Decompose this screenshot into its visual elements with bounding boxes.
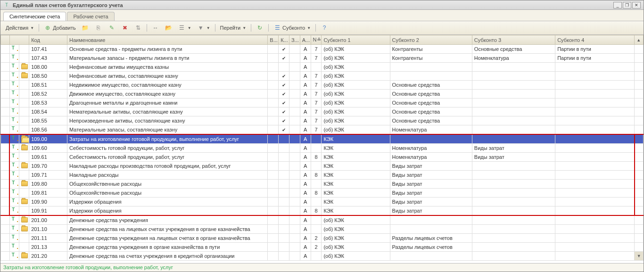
- col-k[interactable]: К...: [279, 35, 289, 45]
- edit-button[interactable]: ✎: [106, 23, 118, 33]
- cell-sub2: [390, 134, 472, 144]
- table-row[interactable]: 108.52Движимое имущество, составляющее к…: [1, 90, 644, 99]
- col-z[interactable]: З...: [289, 35, 300, 45]
- table-row[interactable]: 107.43Материальные запасы - предметы лиз…: [1, 54, 644, 63]
- table-row[interactable]: 108.51Недвижимое имущество, составляющее…: [1, 81, 644, 90]
- table-row[interactable]: 108.00Нефинансовые активы имущества казн…: [1, 63, 644, 72]
- cell-n: 7: [311, 90, 322, 99]
- actions-button[interactable]: Действия▼: [3, 24, 36, 32]
- row-type-icon: [12, 46, 18, 51]
- help-button[interactable]: ?: [318, 23, 330, 33]
- col-n[interactable]: N≗...: [311, 35, 322, 45]
- cell-k: [279, 180, 289, 189]
- table-row[interactable]: 201.10Денежные средства на лицевых счета…: [1, 225, 644, 234]
- row-type-icon: [12, 207, 18, 213]
- cell-sub2: Виды затрат: [390, 206, 472, 216]
- table-row[interactable]: 201.11Денежные средства учреждения на ли…: [1, 234, 644, 243]
- delete-button[interactable]: ✖: [119, 23, 131, 33]
- subkonto-button[interactable]: ☰Субконто▼: [271, 23, 313, 33]
- table-row[interactable]: 109.71Накладные расходыА8КЭКВиды затрат: [1, 171, 644, 180]
- col-sub2[interactable]: Субконто 2: [390, 35, 472, 45]
- col-v[interactable]: В...: [268, 35, 279, 45]
- cell-code: 109.00: [29, 134, 67, 144]
- table-row[interactable]: 108.53Драгоценные металлы и драгоценные …: [1, 99, 644, 107]
- col-sub4[interactable]: Субконто 4: [555, 35, 635, 45]
- add-button[interactable]: ⊕Добавить: [41, 23, 78, 33]
- move-button[interactable]: ↔: [149, 23, 162, 33]
- close-button[interactable]: ✕: [632, 2, 641, 8]
- sort-button[interactable]: ☰▼: [176, 23, 194, 33]
- copy-button[interactable]: ⎘: [92, 23, 105, 33]
- table-row[interactable]: 201.20Денежные средства на счетах учрежд…: [1, 252, 644, 261]
- table-row[interactable]: 108.54Нематериальные активы, составляющи…: [1, 107, 644, 116]
- table-row[interactable]: 109.90Издержки обращенияАКЭКВиды затрат: [1, 198, 644, 206]
- folder-button[interactable]: 📂: [163, 23, 175, 33]
- cell-name: Основные средства - предметы лизинга в п…: [67, 45, 268, 54]
- table-row[interactable]: 108.50Нефинансовые активы, составляющие …: [1, 72, 644, 81]
- col-sub3[interactable]: Субконто 3: [472, 35, 555, 45]
- col-code[interactable]: Код: [29, 35, 67, 45]
- cell-name: Денежные средства учреждения на лицевых …: [67, 234, 268, 243]
- col-sub1[interactable]: Субконто 1: [322, 35, 390, 45]
- cell-z: [289, 162, 300, 171]
- table-row[interactable]: 109.60Себестоимость готовой продукции, р…: [1, 144, 644, 153]
- row-type-icon: [12, 163, 18, 168]
- cell-a: А: [300, 134, 311, 144]
- cell-z: [289, 63, 300, 72]
- cell-code: 108.52: [29, 90, 67, 99]
- hierarchy-button[interactable]: ⇅: [132, 23, 144, 33]
- row-type-icon: [12, 73, 18, 78]
- cell-sub2: Номенклатура: [390, 125, 472, 135]
- cell-name: Общехозяйственные расходы: [67, 189, 268, 198]
- cell-k: ✔: [279, 45, 289, 54]
- col-name[interactable]: Наименование: [67, 35, 268, 45]
- table-row[interactable]: 109.61Себестоимость готовой продукции, р…: [1, 153, 644, 162]
- grid-area[interactable]: Код Наименование В... К... З... А... N≗.…: [0, 35, 644, 263]
- cell-a: А: [300, 63, 311, 72]
- table-row[interactable]: 108.55Непроизведенные активы, составляющ…: [1, 116, 644, 125]
- col-icon[interactable]: [9, 35, 29, 45]
- table-row[interactable]: 109.80Общехозяйственные расходыАКЭКВиды …: [1, 180, 644, 189]
- row-type-icon: [12, 99, 18, 105]
- refresh-button[interactable]: ↻: [254, 23, 266, 33]
- row-type-icon: [12, 145, 18, 150]
- cell-a: А: [300, 116, 311, 125]
- scroll-down[interactable]: ▼: [635, 252, 644, 261]
- scroll-up[interactable]: ▲: [635, 35, 644, 45]
- cell-sub3: [472, 234, 555, 243]
- table-row[interactable]: 109.91Издержки обращенияА8КЭКВиды затрат: [1, 206, 644, 216]
- maximize-button[interactable]: ❐: [623, 2, 631, 8]
- cell-n: [311, 198, 322, 206]
- col-a[interactable]: А...: [300, 35, 311, 45]
- window: Т Единый план счетов бухгалтерского учет…: [0, 0, 644, 272]
- cell-a: А: [300, 234, 311, 243]
- table-row[interactable]: 108.56Материальные запасы, составляющие …: [1, 125, 644, 135]
- add-group-button[interactable]: 📁: [79, 23, 91, 33]
- cell-sub4: [555, 225, 635, 234]
- table-row[interactable]: 109.81Общехозяйственные расходыА8КЭКВиды…: [1, 189, 644, 198]
- row-type-icon: [12, 154, 18, 159]
- cell-a: А: [300, 198, 311, 206]
- cell-sub2: Виды затрат: [390, 198, 472, 206]
- cell-sub1: (об) КЭК: [322, 63, 390, 72]
- row-type-icon: [12, 172, 18, 177]
- table-row[interactable]: 201.00Денежные средства учрежденияА(об) …: [1, 215, 644, 225]
- col-marker[interactable]: [1, 35, 10, 45]
- goto-button[interactable]: Перейти▼: [218, 24, 249, 32]
- cell-sub3: [472, 189, 555, 198]
- cell-sub2: Основные средства: [390, 81, 472, 90]
- cell-k: [279, 225, 289, 234]
- table-row[interactable]: 201.13Денежные средства учреждения в орг…: [1, 243, 644, 252]
- minimize-button[interactable]: _: [613, 2, 622, 8]
- tab-synthetic-accounts[interactable]: Синтетические счета: [3, 12, 66, 21]
- table-row[interactable]: 109.00Затраты на изготовление готовой пр…: [1, 134, 644, 144]
- table-row[interactable]: 107.41Основные средства - предметы лизин…: [1, 45, 644, 54]
- list-icon: ☰: [273, 24, 281, 32]
- cell-a: А: [300, 90, 311, 99]
- table-row[interactable]: 109.70Накладные расходы производства гот…: [1, 162, 644, 171]
- cell-sub1: (об) КЭК: [322, 215, 390, 225]
- filter-button[interactable]: ▼▼: [195, 23, 213, 33]
- tab-working-accounts[interactable]: Рабочие счета: [67, 12, 114, 21]
- cell-code: 108.51: [29, 81, 67, 90]
- window-title: Единый план счетов бухгалтерского учета: [13, 2, 613, 8]
